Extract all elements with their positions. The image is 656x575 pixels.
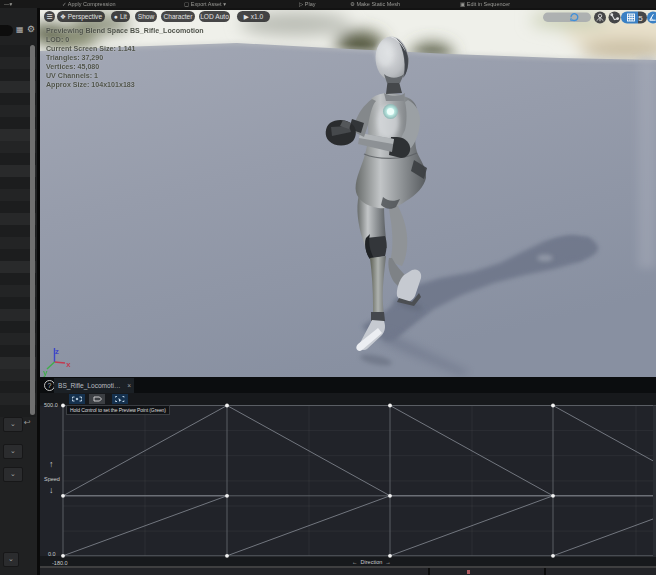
- svg-text:z: z: [55, 347, 59, 356]
- svg-text:y: y: [43, 368, 48, 377]
- svg-text:5: 5: [638, 14, 643, 23]
- svg-text:x: x: [66, 360, 71, 369]
